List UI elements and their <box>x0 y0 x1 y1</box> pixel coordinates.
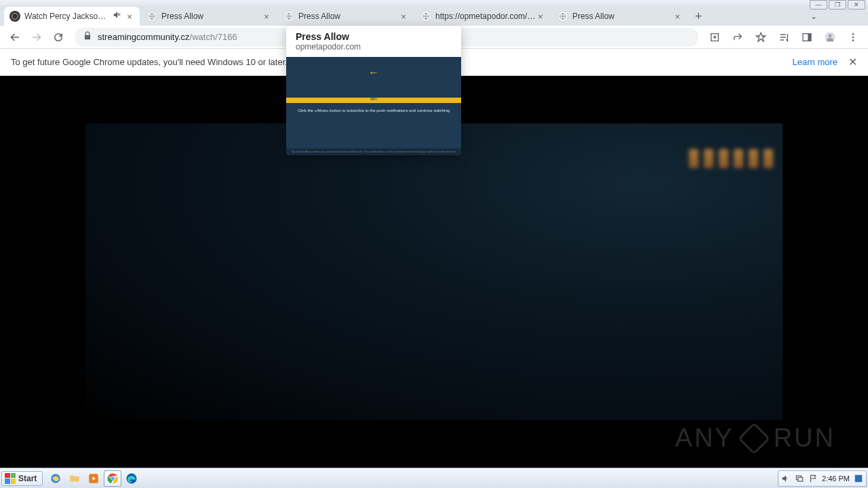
svg-point-9 <box>852 33 854 35</box>
play-icon <box>738 422 770 454</box>
taskbar-edge-icon[interactable] <box>123 470 140 487</box>
profile-icon[interactable] <box>821 28 840 47</box>
tab-title: Press Allow <box>161 12 262 21</box>
toolbar-right <box>705 28 863 47</box>
favicon-sc-icon <box>9 11 20 22</box>
taskbar-media-icon[interactable] <box>85 470 102 487</box>
globe-icon <box>420 11 431 22</box>
forward-button[interactable] <box>27 28 46 47</box>
taskbar: Start 2:46 PM <box>0 468 868 488</box>
taskbar-explorer-icon[interactable] <box>66 470 83 487</box>
svg-rect-6 <box>808 33 811 41</box>
svg-rect-22 <box>855 474 863 482</box>
hover-domain: opmetapodor.com <box>296 42 452 52</box>
clock[interactable]: 2:46 PM <box>822 474 850 483</box>
close-tab-icon[interactable]: × <box>125 12 134 21</box>
close-tab-icon[interactable]: × <box>673 12 682 21</box>
url-text: streamingcommunity.cz/watch/7166 <box>98 32 237 42</box>
tab-title: Press Allow <box>298 12 399 21</box>
tab-search-button[interactable]: ⌄ <box>804 7 823 26</box>
hover-title: Press Allow <box>296 31 452 42</box>
menu-icon[interactable] <box>844 28 863 47</box>
flag-icon[interactable] <box>808 474 818 483</box>
taskbar-chrome-icon[interactable] <box>104 470 121 487</box>
new-tab-button[interactable]: + <box>689 7 708 26</box>
infobar-text: To get future Google Chrome updates, you… <box>11 57 295 67</box>
maximize-button[interactable]: ❐ <box>829 0 846 9</box>
close-tab-icon[interactable]: × <box>536 12 545 21</box>
tab-4[interactable]: Press Allow × <box>552 7 688 26</box>
show-desktop-icon[interactable] <box>854 474 863 483</box>
install-icon[interactable] <box>705 28 724 47</box>
window-controls: — ❐ ✕ <box>810 0 865 9</box>
hover-thumbnail: ← 98% Click the «Allow» button to subscr… <box>286 57 461 155</box>
svg-point-0 <box>12 14 18 20</box>
close-tab-icon[interactable]: × <box>262 12 271 21</box>
volume-icon[interactable] <box>781 474 791 483</box>
back-button[interactable] <box>5 28 24 47</box>
globe-icon <box>557 11 568 22</box>
tab-2[interactable]: Press Allow × <box>278 7 414 26</box>
svg-point-18 <box>112 477 114 479</box>
globe-icon <box>146 11 157 22</box>
svg-rect-21 <box>798 477 803 481</box>
mute-icon[interactable] <box>113 10 122 22</box>
learn-more-link[interactable]: Learn more <box>793 57 837 67</box>
tab-3[interactable]: https://opmetapodor.com/?s= × <box>415 7 551 26</box>
tab-title: Press Allow <box>572 12 673 21</box>
close-infobar-icon[interactable]: ✕ <box>848 56 857 68</box>
bookmark-icon[interactable] <box>751 28 770 47</box>
taskbar-apps <box>47 470 140 487</box>
tab-title: https://opmetapodor.com/?s= <box>435 12 536 21</box>
svg-point-8 <box>829 34 832 37</box>
window-titlebar <box>0 0 868 5</box>
system-tray[interactable]: 2:46 PM <box>778 470 867 487</box>
tab-strip: Watch Percy Jackson e gli × Press Allow … <box>0 5 868 26</box>
anyrun-watermark: ANY RUN <box>675 424 835 453</box>
svg-point-11 <box>852 39 854 41</box>
tab-0[interactable]: Watch Percy Jackson e gli × <box>4 7 140 26</box>
network-icon[interactable] <box>795 474 804 483</box>
tab-1[interactable]: Press Allow × <box>141 7 277 26</box>
globe-icon <box>283 11 294 22</box>
tab-hover-preview: Press Allow opmetapodor.com ← 98% Click … <box>286 26 461 155</box>
lock-icon <box>83 31 92 43</box>
reload-button[interactable] <box>49 28 68 47</box>
taskbar-ie-icon[interactable] <box>47 470 64 487</box>
arrow-left-icon: ← <box>368 66 379 79</box>
reading-list-icon[interactable] <box>774 28 793 47</box>
close-window-button[interactable]: ✕ <box>848 0 865 9</box>
share-icon[interactable] <box>728 28 747 47</box>
side-panel-icon[interactable] <box>797 28 816 47</box>
minimize-button[interactable]: — <box>810 0 827 9</box>
start-button[interactable]: Start <box>1 471 43 486</box>
svg-point-10 <box>852 36 854 38</box>
close-tab-icon[interactable]: × <box>399 12 408 21</box>
video-highlight <box>689 149 773 168</box>
tab-title: Watch Percy Jackson e gli <box>24 12 110 21</box>
windows-flag-icon <box>5 473 16 484</box>
video-player[interactable] <box>85 123 783 420</box>
